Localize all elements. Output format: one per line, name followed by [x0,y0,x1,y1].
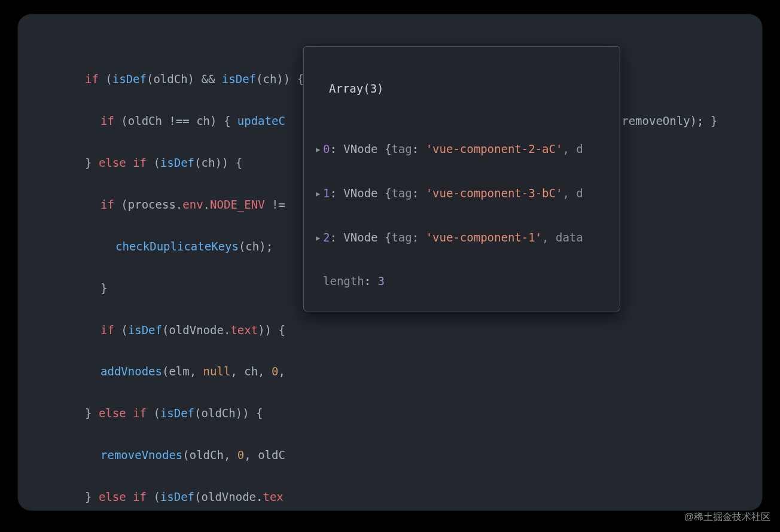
code-line: if (isDef(oldVnode.text)) { [18,323,762,337]
expand-icon[interactable]: ▸ [315,186,323,200]
code-line: addVnodes(elm, null, ch, 0, [18,365,762,378]
code-line: } else if (isDef(oldCh)) { [18,406,762,420]
popup-length: length: 3 [304,273,620,289]
expand-icon[interactable]: ▸ [315,231,323,244]
code-line: removeVnodes(oldCh, 0, oldC [18,448,762,462]
code-viewport[interactable]: if (isDef(oldCh) && isDef(ch)) { if (old… [18,14,762,510]
code-editor[interactable]: if (isDef(oldCh) && isDef(ch)) { if (old… [18,14,762,510]
popup-entry[interactable]: ▸2: VNode {tag: 'vue-component-1', data [304,230,620,246]
popup-entry[interactable]: ▸0: VNode {tag: 'vue-component-2-aC', d [304,141,620,157]
watermark: @稀土掘金技术社区 [684,510,770,524]
expand-icon[interactable]: ▸ [315,142,323,156]
popup-entry[interactable]: ▸1: VNode {tag: 'vue-component-3-bC', d [304,185,620,201]
popup-header: Array(3) [304,81,620,99]
code-line: } else if (isDef(oldVnode.tex [18,490,762,504]
value-inspector-popup[interactable]: Array(3) ▸0: VNode {tag: 'vue-component-… [303,46,620,311]
